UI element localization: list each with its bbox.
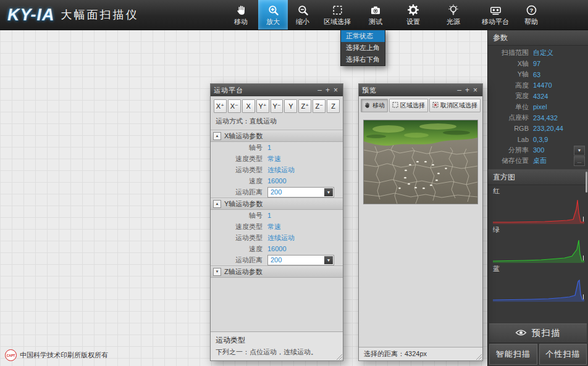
help-glyph: ?	[529, 7, 533, 14]
toolbar-item-light-source[interactable]: 光源	[432, 0, 474, 30]
toolbar-item-zoom-in[interactable]: 放大	[258, 0, 288, 30]
green-histogram-chart	[493, 235, 584, 263]
region-select-menu: 正常状态 选择左上角 选择右下角	[340, 30, 385, 66]
axis-button-z-minus[interactable]: Z⁻	[313, 99, 326, 113]
preview-cancel-region-button[interactable]: 取消区域选择	[429, 99, 481, 112]
close-button[interactable]: ×	[471, 84, 479, 96]
custom-scan-button[interactable]: 个性扫描	[539, 344, 587, 365]
gear-icon	[407, 3, 419, 16]
motion-row-value[interactable]: 1	[267, 144, 271, 151]
histogram-label: 红	[488, 186, 588, 196]
motion-row-value[interactable]: 常速	[267, 222, 281, 231]
prescan-button[interactable]: 预扫描	[489, 323, 587, 343]
y-axis-section-title: Y轴运动参数	[224, 199, 262, 209]
motion-row-label: 运动类型	[211, 233, 262, 243]
preview-panel-titlebar[interactable]: 预览 – + ×	[359, 84, 482, 96]
motion-row-value[interactable]: 16000	[267, 177, 287, 185]
toolbar-item-zoom-out[interactable]: 缩小	[288, 0, 317, 30]
smart-scan-button[interactable]: 智能扫描	[489, 344, 537, 365]
maximize-button[interactable]: +	[463, 84, 471, 96]
zoom-out-icon	[297, 3, 309, 16]
toolbar-item-move[interactable]: 移动	[224, 0, 258, 30]
param-value[interactable]: 300	[533, 146, 544, 154]
toolbar-item-label: 区域选择	[324, 17, 351, 27]
preview-region-select-button[interactable]: 区域选择	[389, 99, 428, 112]
app-window: KY-IA 大幅面扫描仪 移动 放大 缩小	[0, 0, 588, 366]
axis-button-z[interactable]: Z	[327, 99, 340, 113]
help-icon: ?	[526, 3, 537, 16]
histogram-red: 红	[488, 186, 588, 224]
preview-panel: 预览 – + × 移动 区域选择	[358, 83, 483, 361]
expand-icon[interactable]: ▼	[213, 268, 221, 276]
motion-row: 速度类型 常速	[211, 153, 343, 164]
param-value: 234,432	[533, 114, 558, 122]
axis-button-x-minus[interactable]: X⁻	[228, 99, 241, 113]
motion-panel-title: 运动平台	[214, 86, 316, 95]
histogram-blue: 蓝	[488, 264, 588, 302]
motion-row-value[interactable]: 常速	[267, 154, 281, 164]
menu-item-select-top-left[interactable]: 选择左上角	[341, 42, 385, 54]
motion-row: 速度 16000	[211, 243, 343, 254]
histogram-header: 直方图	[488, 169, 588, 185]
resolution-dropdown-button[interactable]: ▼	[574, 146, 585, 156]
minimize-button[interactable]: –	[455, 84, 463, 96]
x-distance-select[interactable]: 200 ▼	[267, 187, 334, 198]
preview-image[interactable]	[363, 120, 478, 204]
toolbar-item-label: 帮助	[524, 17, 538, 27]
collapse-icon[interactable]: ▲	[213, 200, 221, 208]
toolbar: 移动 放大 缩小 区域选择	[224, 0, 546, 30]
resize-grip[interactable]	[475, 353, 482, 360]
param-value-link[interactable]: 自定义	[533, 48, 553, 57]
motion-row-label: 速度类型	[211, 222, 262, 231]
hand-icon	[364, 102, 371, 110]
motion-row-value[interactable]: 连续运动	[267, 233, 295, 243]
preview-panel-body: 移动 区域选择 取消区域选择	[359, 96, 482, 347]
toolbar-item-help[interactable]: ? 帮助	[516, 0, 546, 30]
prescan-label: 预扫描	[532, 328, 561, 339]
motion-panel-footer: 运动类型 下列之一：点位运动，连续运动。	[211, 331, 343, 360]
menu-item-select-bottom-right[interactable]: 选择右下角	[341, 54, 385, 65]
param-label: Lab	[488, 136, 529, 143]
params-header: 参数	[488, 30, 588, 46]
axis-button-y-minus[interactable]: Y⁻	[271, 99, 284, 113]
motion-row-label: 运动类型	[211, 165, 262, 175]
preview-panel-footer: 选择的距离：4324px	[359, 347, 482, 360]
axis-button-y-plus[interactable]: Y⁺	[256, 99, 269, 113]
toolbar-item-platform[interactable]: 移动平台	[474, 0, 516, 30]
motion-row: 运动类型 连续运动	[211, 164, 343, 175]
preview-move-button[interactable]: 移动	[361, 99, 388, 112]
close-button[interactable]: ×	[332, 84, 340, 96]
motion-row-value[interactable]: 16000	[267, 245, 287, 252]
motion-mode-text: 运动方式：直线运动	[211, 115, 343, 130]
storage-browse-button[interactable]: …	[574, 156, 585, 166]
toolbar-item-label: 缩小	[296, 17, 309, 27]
param-label: 点座标	[488, 113, 529, 122]
motion-row-value[interactable]: 1	[267, 212, 271, 219]
preview-photo	[364, 120, 477, 204]
param-row-height: 高度 14470	[488, 80, 588, 91]
param-label: 分辨率	[488, 146, 529, 155]
toolbar-item-test[interactable]: 测试	[357, 0, 394, 30]
motion-panel-titlebar[interactable]: 运动平台 – + ×	[211, 84, 343, 96]
toolbar-item-region-select[interactable]: 区域选择	[317, 0, 357, 30]
motion-row-value[interactable]: 连续运动	[267, 165, 295, 175]
y-distance-select[interactable]: 200 ▼	[267, 255, 334, 265]
maximize-button[interactable]: +	[324, 84, 332, 96]
param-rows: 扫描范围 自定义 X轴 97 Y轴 63 高度 14470 宽度 4324 单位…	[488, 46, 588, 167]
axis-button-y[interactable]: Y	[284, 99, 297, 113]
toolbar-item-settings[interactable]: 设置	[394, 0, 432, 30]
param-label: 高度	[488, 81, 529, 90]
sidebar-scrollbar-thumb[interactable]	[586, 172, 587, 193]
toolbar-item-label: 测试	[369, 17, 382, 27]
chevron-down-icon[interactable]: ▼	[324, 188, 333, 196]
chevron-down-icon[interactable]: ▼	[324, 256, 333, 264]
axis-button-x[interactable]: X	[242, 99, 255, 113]
minimize-button[interactable]: –	[316, 84, 324, 96]
collapse-icon[interactable]: ▲	[213, 132, 221, 140]
motion-platform-panel: 运动平台 – + × X⁺ X⁻ X Y⁺ Y⁻ Y Z⁺ Z⁻ Z 运动方式：…	[210, 83, 343, 361]
menu-item-normal-state[interactable]: 正常状态	[341, 30, 385, 42]
axis-button-x-plus[interactable]: X⁺	[214, 99, 227, 113]
param-value-link[interactable]: 桌面	[533, 156, 547, 165]
histogram-label: 绿	[488, 225, 588, 235]
axis-button-z-plus[interactable]: Z⁺	[298, 99, 311, 113]
